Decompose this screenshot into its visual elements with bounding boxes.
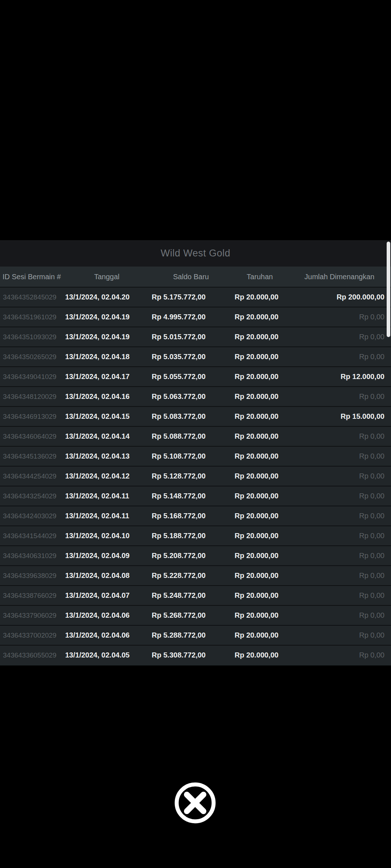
cell-date: 13/1/2024, 02.04.11 [63,492,150,500]
table-row: 34364341544029 13/1/2024, 02.04.10 Rp 5.… [0,526,391,545]
cell-new-balance: Rp 5.308.772,00 [150,651,232,659]
table-row: 34364352845029 13/1/2024, 02.04.20 Rp 5.… [0,287,391,307]
cell-session-id: 34364340631029 [0,552,63,560]
session-history-modal: Wild West Gold ID Sesi Bermain # Tanggal… [0,240,391,665]
table-row: 34364343254029 13/1/2024, 02.04.11 Rp 5.… [0,486,391,506]
table-row: 34364340631029 13/1/2024, 02.04.09 Rp 5.… [0,545,391,565]
cell-amount-won: Rp 200.000,00 [288,293,391,301]
cell-bet: Rp 20.000,00 [232,432,288,441]
cell-amount-won: Rp 0,00 [288,432,391,441]
cell-amount-won: Rp 0,00 [288,571,391,580]
cell-date: 13/1/2024, 02.04.11 [63,512,150,520]
cell-date: 13/1/2024, 02.04.06 [63,611,150,620]
cell-session-id: 34364339638029 [0,572,63,580]
cell-new-balance: Rp 5.268.772,00 [150,611,232,620]
cell-new-balance: Rp 5.088.772,00 [150,432,232,441]
cell-session-id: 34364342403029 [0,512,63,520]
cell-date: 13/1/2024, 02.04.06 [63,631,150,639]
table-row: 34364345136029 13/1/2024, 02.04.13 Rp 5.… [0,446,391,466]
cell-bet: Rp 20.000,00 [232,313,288,321]
cell-amount-won: Rp 0,00 [288,392,391,401]
cell-date: 13/1/2024, 02.04.16 [63,392,150,401]
cell-new-balance: Rp 5.035.772,00 [150,353,232,361]
cell-session-id: 34364345136029 [0,452,63,460]
cell-bet: Rp 20.000,00 [232,353,288,361]
cell-session-id: 34364344254029 [0,472,63,480]
cell-date: 13/1/2024, 02.04.09 [63,552,150,560]
cell-date: 13/1/2024, 02.04.14 [63,432,150,441]
cell-session-id: 34364337906029 [0,612,63,620]
cell-new-balance: Rp 5.248.772,00 [150,591,232,600]
table-row: 34364338766029 13/1/2024, 02.04.07 Rp 5.… [0,585,391,605]
column-header-session-id: ID Sesi Bermain # [0,273,63,281]
table-header-row: ID Sesi Bermain # Tanggal Saldo Baru Tar… [0,267,391,287]
cell-new-balance: Rp 5.175.772,00 [150,293,232,301]
cell-new-balance: Rp 4.995.772,00 [150,313,232,321]
cell-bet: Rp 20.000,00 [232,512,288,520]
cell-date: 13/1/2024, 02.04.17 [63,373,150,381]
cell-new-balance: Rp 5.288.772,00 [150,631,232,639]
cell-date: 13/1/2024, 02.04.12 [63,472,150,480]
cell-date: 13/1/2024, 02.04.05 [63,651,150,659]
table-row: 34364344254029 13/1/2024, 02.04.12 Rp 5.… [0,466,391,486]
cell-bet: Rp 20.000,00 [232,373,288,381]
cell-amount-won: Rp 0,00 [288,651,391,659]
scrollbar-thumb[interactable] [387,242,390,337]
cell-amount-won: Rp 0,00 [288,313,391,321]
cell-new-balance: Rp 5.063.772,00 [150,392,232,401]
cell-new-balance: Rp 5.128.772,00 [150,472,232,480]
cell-date: 13/1/2024, 02.04.19 [63,333,150,341]
cell-session-id: 34364337002029 [0,631,63,639]
circled-x-icon [174,782,216,824]
cell-bet: Rp 20.000,00 [232,591,288,600]
cell-new-balance: Rp 5.228.772,00 [150,571,232,580]
table-row: 34364337906029 13/1/2024, 02.04.06 Rp 5.… [0,605,391,625]
cell-session-id: 34364351961029 [0,313,63,321]
cell-bet: Rp 20.000,00 [232,412,288,421]
cell-amount-won: Rp 12.000,00 [288,373,391,381]
cell-new-balance: Rp 5.168.772,00 [150,512,232,520]
table-row: 34364339638029 13/1/2024, 02.04.08 Rp 5.… [0,565,391,585]
cell-bet: Rp 20.000,00 [232,532,288,540]
table-row: 34364342403029 13/1/2024, 02.04.11 Rp 5.… [0,506,391,526]
cell-session-id: 34364336055029 [0,651,63,659]
modal-title-band: Wild West Gold [0,240,391,267]
column-header-bet: Taruhan [232,273,288,281]
cell-session-id: 34364351093029 [0,333,63,341]
cell-bet: Rp 20.000,00 [232,631,288,639]
table-row: 34364350265029 13/1/2024, 02.04.18 Rp 5.… [0,346,391,366]
cell-session-id: 34364348120029 [0,393,63,401]
cell-amount-won: Rp 0,00 [288,611,391,620]
column-header-amount-won: Jumlah Dimenangkan [288,273,391,281]
cell-session-id: 34364350265029 [0,353,63,361]
table-row: 34364336055029 13/1/2024, 02.04.05 Rp 5.… [0,645,391,665]
cell-session-id: 34364349041029 [0,373,63,381]
cell-session-id: 34364352845029 [0,293,63,301]
cell-new-balance: Rp 5.208.772,00 [150,552,232,560]
cell-bet: Rp 20.000,00 [232,571,288,580]
cell-amount-won: Rp 0,00 [288,492,391,500]
cell-bet: Rp 20.000,00 [232,492,288,500]
cell-amount-won: Rp 0,00 [288,631,391,639]
cell-bet: Rp 20.000,00 [232,552,288,560]
cell-bet: Rp 20.000,00 [232,293,288,301]
cell-amount-won: Rp 0,00 [288,532,391,540]
cell-new-balance: Rp 5.083.772,00 [150,412,232,421]
cell-date: 13/1/2024, 02.04.10 [63,532,150,540]
cell-date: 13/1/2024, 02.04.19 [63,313,150,321]
table-row: 34364348120029 13/1/2024, 02.04.16 Rp 5.… [0,386,391,406]
table-row: 34364346064029 13/1/2024, 02.04.14 Rp 5.… [0,426,391,446]
cell-date: 13/1/2024, 02.04.07 [63,591,150,600]
close-button[interactable] [174,782,216,824]
table-row: 34364346913029 13/1/2024, 02.04.15 Rp 5.… [0,406,391,426]
cell-amount-won: Rp 15.000,00 [288,412,391,421]
table-row: 34364351093029 13/1/2024, 02.04.19 Rp 5.… [0,327,391,346]
cell-session-id: 34364338766029 [0,592,63,600]
cell-amount-won: Rp 0,00 [288,552,391,560]
cell-session-id: 34364341544029 [0,532,63,540]
cell-new-balance: Rp 5.148.772,00 [150,492,232,500]
cell-amount-won: Rp 0,00 [288,591,391,600]
cell-bet: Rp 20.000,00 [232,651,288,659]
cell-date: 13/1/2024, 02.04.08 [63,571,150,580]
cell-bet: Rp 20.000,00 [232,392,288,401]
